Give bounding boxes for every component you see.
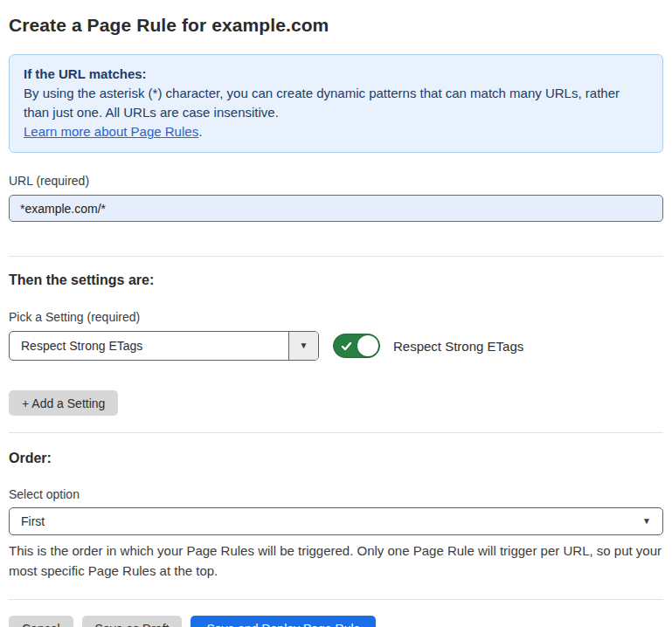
info-box-heading: If the URL matches: xyxy=(24,65,648,84)
divider xyxy=(9,599,663,600)
order-select[interactable]: First ▼ xyxy=(9,507,663,535)
toggle-knob xyxy=(357,335,378,356)
setting-select[interactable]: Respect Strong ETags ▼ xyxy=(9,331,319,361)
setting-row: Respect Strong ETags ▼ Respect Strong ET… xyxy=(9,331,663,361)
cancel-button[interactable]: Cancel xyxy=(9,616,73,627)
create-page-rule-form: Create a Page Rule for example.com If th… xyxy=(0,0,672,627)
order-section-heading: Order: xyxy=(9,451,663,466)
setting-select-value: Respect Strong ETags xyxy=(10,332,288,360)
order-select-value: First xyxy=(21,514,45,528)
save-deploy-button[interactable]: Save and Deploy Page Rule xyxy=(191,616,376,627)
page-title: Create a Page Rule for example.com xyxy=(9,15,663,36)
checkmark-icon xyxy=(341,341,352,352)
setting-select-arrow-button[interactable]: ▼ xyxy=(288,332,318,360)
url-match-info-box: If the URL matches: By using the asteris… xyxy=(9,54,663,153)
info-box-link-line: Learn more about Page Rules. xyxy=(24,122,648,141)
footer-actions: Cancel Save as Draft Save and Deploy Pag… xyxy=(9,616,663,627)
url-field-label: URL (required) xyxy=(9,174,663,188)
divider xyxy=(9,256,663,257)
add-setting-button[interactable]: + Add a Setting xyxy=(9,390,118,416)
order-select-label: Select option xyxy=(9,487,663,501)
link-suffix: . xyxy=(198,124,202,139)
chevron-down-icon: ▼ xyxy=(300,341,308,350)
settings-section-heading: Then the settings are: xyxy=(9,272,663,288)
info-box-body: By using the asterisk (*) character, you… xyxy=(24,84,648,122)
etags-toggle[interactable] xyxy=(333,334,380,358)
toggle-label: Respect Strong ETags xyxy=(393,339,523,354)
pick-setting-label: Pick a Setting (required) xyxy=(9,310,663,324)
save-draft-button[interactable]: Save as Draft xyxy=(82,616,183,627)
learn-more-link[interactable]: Learn more about Page Rules xyxy=(24,124,198,139)
chevron-down-icon: ▼ xyxy=(642,517,651,526)
url-input[interactable] xyxy=(9,195,663,222)
order-help-text: This is the order in which your Page Rul… xyxy=(9,541,663,581)
divider xyxy=(9,432,663,433)
